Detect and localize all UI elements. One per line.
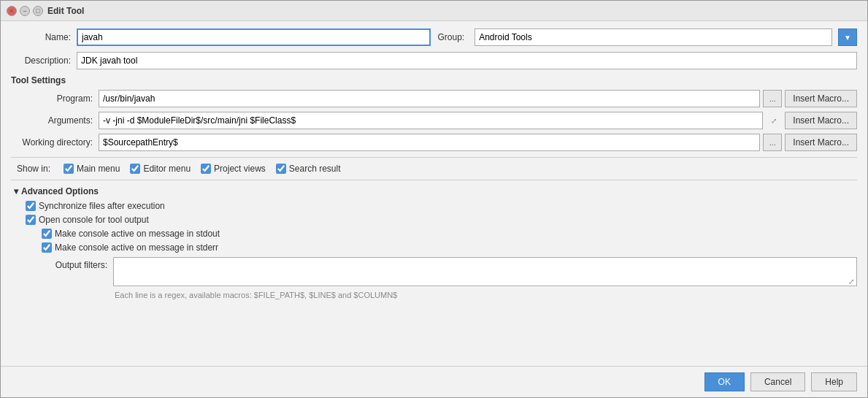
show-in-editor-menu[interactable]: Editor menu <box>130 164 191 174</box>
title-bar: × − □ Edit Tool <box>1 1 867 21</box>
console-active-stdout-label[interactable]: Make console active on message in stdout <box>42 229 220 239</box>
window-title: Edit Tool <box>47 6 84 16</box>
working-directory-input-wrap: ... Insert Macro... <box>99 134 857 151</box>
name-input[interactable] <box>77 28 431 46</box>
dialog-footer: OK Cancel Help <box>1 366 867 397</box>
close-window-btn[interactable]: × <box>7 6 17 16</box>
working-directory-browse-btn[interactable]: ... <box>763 134 782 151</box>
console-active-stdout-checkbox[interactable] <box>42 229 52 239</box>
console-active-stderr-text: Make console active on message in stderr <box>55 242 218 253</box>
group-dropdown-btn[interactable]: ▼ <box>838 28 857 46</box>
output-filters-hint: Each line is a regex, available macros: … <box>113 291 857 299</box>
console-active-stderr-checkbox[interactable] <box>42 242 52 253</box>
output-filters-input-wrap: ⤢ Each line is a regex, available macros… <box>113 257 857 299</box>
name-group-row: Name: Group: ▼ <box>11 28 857 46</box>
arguments-label: Arguments: <box>11 115 99 126</box>
description-label: Description: <box>11 56 77 66</box>
tool-settings-title: Tool Settings <box>11 75 857 85</box>
sync-files-text: Synchronize files after execution <box>39 201 165 211</box>
output-filters-label: Output filters: <box>26 257 113 270</box>
program-input[interactable] <box>99 90 760 107</box>
show-in-search-result[interactable]: Search result <box>276 164 341 174</box>
console-active-stdout-text: Make console active on message in stdout <box>55 229 220 239</box>
show-in-main-menu-checkbox[interactable] <box>64 164 74 174</box>
group-row: Group: ▼ <box>438 28 858 46</box>
output-filters-textarea[interactable] <box>113 257 857 286</box>
dialog-content: Name: Group: ▼ Description: Tool Setting… <box>1 21 867 366</box>
open-console-label[interactable]: Open console for tool output <box>26 215 149 225</box>
ok-button[interactable]: OK <box>704 372 745 391</box>
advanced-options-content: Synchronize files after execution Open c… <box>11 201 857 299</box>
output-filters-expand-icon[interactable]: ⤢ <box>848 278 854 286</box>
show-in-search-result-label: Search result <box>289 164 341 174</box>
description-row: Description: <box>11 52 857 69</box>
show-in-row: Show in: Main menu Editor menu Project v… <box>11 164 857 174</box>
arguments-row: Arguments: ⤢ Insert Macro... <box>11 112 857 129</box>
edit-tool-window: × − □ Edit Tool Name: Group: ▼ Descripti… <box>0 0 868 398</box>
window-controls: × − □ <box>7 6 43 16</box>
output-filters-container: ⤢ <box>113 257 857 288</box>
output-filters-row: Output filters: ⤢ Each line is a regex, … <box>26 257 857 299</box>
show-in-editor-menu-label: Editor menu <box>143 164 191 174</box>
arguments-input[interactable] <box>99 112 763 129</box>
program-macro-btn[interactable]: Insert Macro... <box>785 90 857 107</box>
group-input[interactable] <box>475 28 832 46</box>
arguments-input-wrap: ⤢ Insert Macro... <box>99 112 857 129</box>
open-console-text: Open console for tool output <box>39 215 149 225</box>
working-directory-input[interactable] <box>99 134 760 151</box>
help-button[interactable]: Help <box>811 372 857 391</box>
show-in-label: Show in: <box>17 164 50 174</box>
divider-1 <box>11 157 857 158</box>
program-label: Program: <box>11 93 99 104</box>
show-in-search-result-checkbox[interactable] <box>276 164 286 174</box>
show-in-project-views[interactable]: Project views <box>201 164 266 174</box>
show-in-main-menu[interactable]: Main menu <box>64 164 120 174</box>
open-console-row: Open console for tool output <box>26 215 857 225</box>
name-label: Name: <box>11 32 77 42</box>
open-console-checkbox[interactable] <box>26 215 36 225</box>
arguments-expand-icon[interactable]: ⤢ <box>766 112 782 129</box>
description-input[interactable] <box>77 52 857 69</box>
group-label: Group: <box>438 32 469 42</box>
advanced-options-toggle[interactable]: ▾ Advanced Options <box>11 186 857 196</box>
show-in-main-menu-label: Main menu <box>77 164 120 174</box>
advanced-options-label: Advanced Options <box>21 186 99 196</box>
advanced-options-arrow-icon: ▾ <box>14 186 18 196</box>
restore-window-btn[interactable]: □ <box>33 6 43 16</box>
arguments-macro-btn[interactable]: Insert Macro... <box>785 112 857 129</box>
program-input-wrap: ... Insert Macro... <box>99 90 857 107</box>
console-active-stdout-row: Make console active on message in stdout <box>26 229 857 239</box>
minimize-window-btn[interactable]: − <box>20 6 30 16</box>
divider-2 <box>11 180 857 180</box>
program-browse-btn[interactable]: ... <box>763 90 782 107</box>
sync-files-row: Synchronize files after execution <box>26 201 857 211</box>
program-row: Program: ... Insert Macro... <box>11 90 857 107</box>
show-in-project-views-label: Project views <box>214 164 266 174</box>
working-directory-label: Working directory: <box>11 137 99 148</box>
show-in-project-views-checkbox[interactable] <box>201 164 211 174</box>
working-directory-macro-btn[interactable]: Insert Macro... <box>785 134 857 151</box>
cancel-button[interactable]: Cancel <box>750 372 805 391</box>
console-active-stderr-label[interactable]: Make console active on message in stderr <box>42 242 218 253</box>
console-active-stderr-row: Make console active on message in stderr <box>26 242 857 253</box>
sync-files-checkbox[interactable] <box>26 201 36 211</box>
working-directory-row: Working directory: ... Insert Macro... <box>11 134 857 151</box>
name-row: Name: <box>11 28 431 46</box>
sync-files-label[interactable]: Synchronize files after execution <box>26 201 165 211</box>
show-in-editor-menu-checkbox[interactable] <box>130 164 140 174</box>
